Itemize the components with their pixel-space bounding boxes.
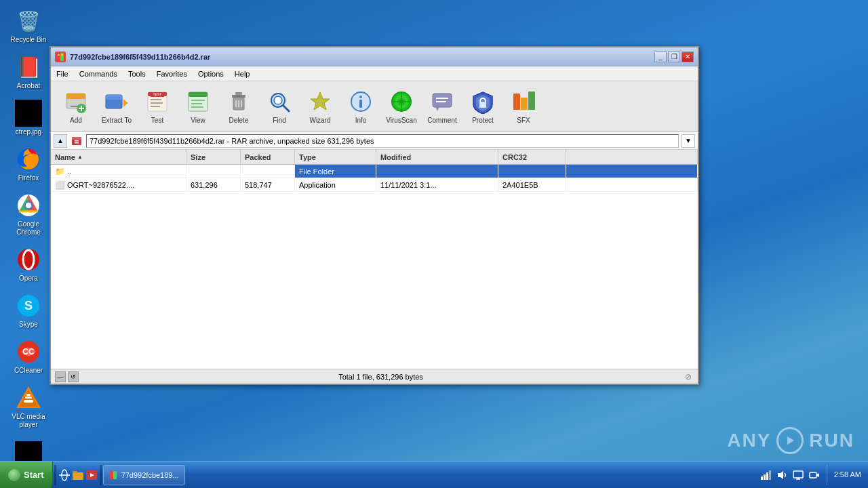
desktop-icon-ccleaner[interactable]: CC CCleaner	[5, 336, 52, 377]
taskbar-divider2	[100, 465, 102, 485]
desktop-icon-skype[interactable]: S Skype	[5, 290, 52, 331]
minimize-button[interactable]: _	[654, 52, 667, 62]
desktop-icon-google-chrome[interactable]: Google Chrome	[5, 190, 52, 239]
toolbar-test-button[interactable]: TEST Test	[138, 85, 177, 129]
svg-rect-18	[58, 54, 60, 56]
toolbar-extract-button[interactable]: Extract To	[97, 85, 136, 129]
svg-marker-87	[778, 471, 783, 479]
svg-rect-13	[24, 400, 33, 403]
header-type[interactable]: Type	[295, 150, 376, 164]
svg-point-49	[274, 96, 282, 104]
menu-commands[interactable]: Commands	[74, 66, 123, 81]
svg-rect-38	[189, 92, 208, 97]
info-icon	[348, 89, 374, 115]
taskbar-ie-icon[interactable]	[58, 468, 71, 482]
toolbar-info-button[interactable]: Info	[341, 85, 380, 129]
start-button[interactable]: Start	[0, 462, 53, 489]
file-name-cell: ⬜ OGRT~92876522....	[51, 178, 186, 191]
header-name[interactable]: Name ▲	[51, 150, 186, 164]
address-dropdown-button[interactable]: ▼	[682, 134, 695, 148]
desktop-icon-vlc[interactable]: VLC media player	[5, 382, 52, 431]
svg-rect-91	[810, 472, 816, 478]
taskbar-winrar-button[interactable]: 77d992fcbe189...	[103, 465, 185, 485]
header-modified[interactable]: Modified	[376, 150, 498, 164]
app-icon: ⬜	[55, 180, 64, 190]
taskbar-media-icon[interactable]	[85, 468, 98, 482]
toolbar-wizard-button[interactable]: Wizard	[300, 85, 340, 129]
menu-favorites[interactable]: Favorites	[151, 66, 193, 81]
tray-network-icon[interactable]	[759, 468, 772, 482]
folder-icon: 📁	[55, 167, 64, 176]
tray-volume-icon[interactable]	[775, 468, 789, 482]
header-size[interactable]: Size	[186, 150, 241, 164]
table-row[interactable]: 📁 .. File Folder	[51, 165, 698, 178]
recycle-bin-icon: 🗑️	[15, 7, 42, 35]
svg-rect-43	[232, 95, 245, 98]
toolbar-virusscan-button[interactable]: VirusScan	[382, 85, 421, 129]
desktop-icon-recycle-bin[interactable]: 🗑️ Recycle Bin	[5, 5, 52, 46]
firefox-icon	[15, 146, 42, 173]
window-controls: _ ❐ ✕	[654, 52, 694, 62]
desktop-icon-acrobat[interactable]: 📕 Acrobat	[5, 52, 52, 92]
svg-rect-85	[766, 472, 768, 480]
navigate-up-button[interactable]: ▲	[54, 134, 67, 148]
system-clock[interactable]: 2:58 AM	[827, 470, 868, 480]
svg-rect-86	[769, 470, 771, 480]
file-name-cell: 📁 ..	[51, 165, 186, 178]
table-row[interactable]: ⬜ OGRT~92876522.... 631,296 518,747 Appl…	[51, 178, 698, 192]
svg-rect-70	[72, 137, 81, 140]
svg-rect-72	[75, 142, 79, 144]
file-extra-cell	[566, 178, 698, 191]
extract-label: Extract To	[102, 117, 132, 124]
svg-rect-77	[73, 472, 83, 480]
skype-label: Skype	[19, 321, 38, 329]
ccleaner-label: CCleaner	[14, 367, 43, 375]
toolbar-comment-button[interactable]: Comment	[422, 85, 462, 129]
close-button[interactable]: ✕	[682, 52, 694, 62]
toolbar-view-button[interactable]: View	[178, 85, 218, 129]
anyrun-play-icon	[776, 427, 804, 454]
svg-rect-65	[479, 102, 486, 108]
toolbar-delete-button[interactable]: Delete	[219, 85, 258, 129]
tray-video-icon[interactable]	[808, 468, 821, 482]
anyrun-watermark: ANY RUN	[727, 427, 854, 454]
find-icon	[267, 89, 292, 115]
status-icon-1[interactable]: —	[55, 371, 66, 382]
statusbar: — ↺ Total 1 file, 631,296 bytes ⊘	[51, 369, 698, 384]
sfx-icon	[511, 89, 536, 115]
file-crc32-cell: 2A401E5B	[498, 178, 566, 191]
svg-point-4	[26, 203, 31, 208]
toolbar-find-button[interactable]: Find	[260, 85, 299, 129]
menu-help[interactable]: Help	[229, 66, 256, 81]
svg-rect-82	[113, 471, 117, 479]
menu-tools[interactable]: Tools	[123, 66, 151, 81]
restore-button[interactable]: ❐	[668, 52, 680, 62]
titlebar: 77d992fcbe189f6f5f439d11b266b4d2.rar _ ❐…	[51, 47, 698, 66]
header-packed[interactable]: Packed	[241, 150, 295, 164]
toolbar-protect-button[interactable]: Protect	[463, 85, 502, 129]
skype-icon: S	[15, 292, 42, 319]
toolbar-sfx-button[interactable]: SFX	[504, 85, 543, 129]
sfx-label: SFX	[517, 117, 530, 124]
file-crc32-cell	[498, 165, 566, 178]
svg-text:S: S	[24, 299, 33, 312]
resize-grip-icon[interactable]: ⊘	[683, 371, 694, 382]
toolbar-add-button[interactable]: Add	[56, 85, 96, 129]
desktop-icon-opera[interactable]: Opera	[5, 244, 52, 285]
menu-file[interactable]: File	[51, 66, 74, 81]
svg-marker-51	[311, 92, 330, 110]
tray-display-icon[interactable]	[791, 468, 805, 482]
delete-label: Delete	[229, 117, 249, 124]
svg-rect-83	[761, 476, 763, 480]
status-icon-2[interactable]: ↺	[68, 371, 79, 382]
file-list: Name ▲ Size Packed Type Modified CRC32	[51, 150, 698, 369]
header-crc32[interactable]: CRC32	[498, 150, 566, 164]
delete-icon	[226, 89, 252, 115]
taskbar-folder-icon[interactable]	[71, 468, 85, 482]
protect-label: Protect	[472, 117, 494, 124]
menu-options[interactable]: Options	[193, 66, 229, 81]
add-label: Add	[70, 117, 82, 124]
desktop-icon-ctrep[interactable]: ctrep.jpg	[5, 98, 52, 138]
desktop-icon-firefox[interactable]: Firefox	[5, 144, 52, 184]
svg-rect-61	[433, 94, 452, 107]
